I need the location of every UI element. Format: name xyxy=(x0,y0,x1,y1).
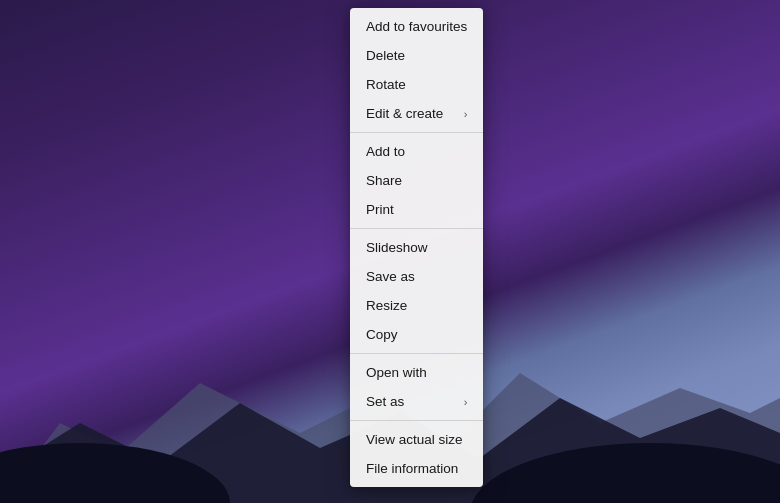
menu-label-add-to: Add to xyxy=(366,144,405,159)
menu-label-delete: Delete xyxy=(366,48,405,63)
menu-item-copy[interactable]: Copy xyxy=(350,320,483,349)
menu-separator xyxy=(350,420,483,421)
menu-label-resize: Resize xyxy=(366,298,407,313)
menu-item-share[interactable]: Share xyxy=(350,166,483,195)
menu-item-view-actual-size[interactable]: View actual size xyxy=(350,425,483,454)
menu-separator xyxy=(350,228,483,229)
menu-item-slideshow[interactable]: Slideshow xyxy=(350,233,483,262)
menu-item-open-with[interactable]: Open with xyxy=(350,358,483,387)
menu-label-add-to-favourites: Add to favourites xyxy=(366,19,467,34)
submenu-chevron-icon: › xyxy=(464,396,468,408)
menu-item-edit-create[interactable]: Edit & create› xyxy=(350,99,483,128)
menu-label-share: Share xyxy=(366,173,402,188)
menu-label-slideshow: Slideshow xyxy=(366,240,428,255)
menu-item-add-to-favourites[interactable]: Add to favourites xyxy=(350,12,483,41)
menu-item-delete[interactable]: Delete xyxy=(350,41,483,70)
menu-label-copy: Copy xyxy=(366,327,398,342)
menu-label-save-as: Save as xyxy=(366,269,415,284)
menu-label-view-actual-size: View actual size xyxy=(366,432,463,447)
menu-item-file-information[interactable]: File information xyxy=(350,454,483,483)
menu-item-save-as[interactable]: Save as xyxy=(350,262,483,291)
menu-label-rotate: Rotate xyxy=(366,77,406,92)
submenu-chevron-icon: › xyxy=(464,108,468,120)
menu-item-rotate[interactable]: Rotate xyxy=(350,70,483,99)
menu-separator xyxy=(350,132,483,133)
menu-label-open-with: Open with xyxy=(366,365,427,380)
menu-item-add-to[interactable]: Add to xyxy=(350,137,483,166)
menu-item-resize[interactable]: Resize xyxy=(350,291,483,320)
menu-separator xyxy=(350,353,483,354)
menu-item-set-as[interactable]: Set as› xyxy=(350,387,483,416)
menu-label-set-as: Set as xyxy=(366,394,404,409)
menu-label-edit-create: Edit & create xyxy=(366,106,443,121)
menu-label-print: Print xyxy=(366,202,394,217)
menu-item-print[interactable]: Print xyxy=(350,195,483,224)
context-menu: Add to favouritesDeleteRotateEdit & crea… xyxy=(350,8,483,487)
menu-label-file-information: File information xyxy=(366,461,458,476)
